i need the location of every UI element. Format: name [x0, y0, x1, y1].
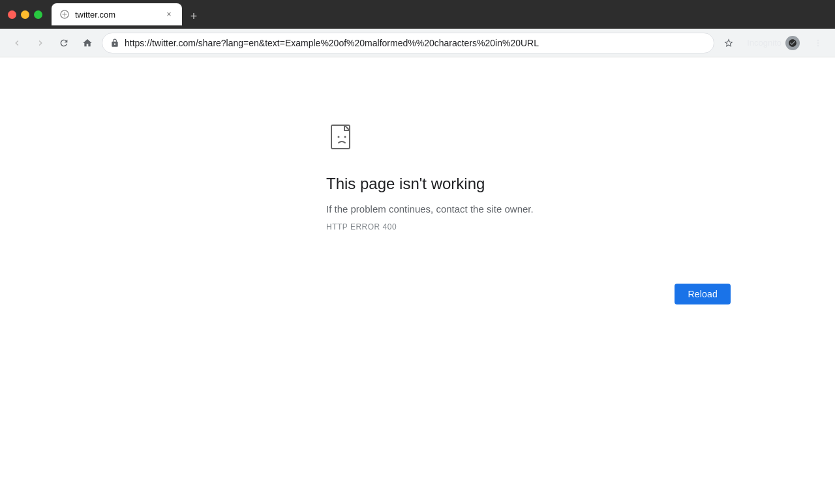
error-container: This page isn't working If the problem c…	[326, 123, 731, 304]
nav-right: Incognito	[720, 33, 827, 53]
back-button[interactable]	[8, 34, 26, 52]
incognito-label: Incognito	[747, 38, 782, 48]
error-code: HTTP ERROR 400	[326, 222, 397, 231]
reload-button[interactable]	[55, 34, 73, 52]
tab-bar: twitter.com × +	[52, 3, 827, 25]
traffic-lights	[8, 10, 42, 19]
lock-icon	[110, 38, 119, 48]
address-input[interactable]	[125, 38, 706, 48]
browser-menu-button[interactable]	[809, 34, 827, 52]
page-content: This page isn't working If the problem c…	[0, 57, 835, 504]
svg-rect-1	[331, 125, 350, 149]
nav-bar: Incognito	[0, 29, 835, 57]
browser-frame: twitter.com × +	[0, 0, 835, 504]
home-button[interactable]	[78, 34, 97, 52]
minimize-window-button[interactable]	[21, 10, 29, 19]
maximize-window-button[interactable]	[34, 10, 42, 19]
close-tab-button[interactable]: ×	[164, 9, 174, 20]
bookmark-button[interactable]	[720, 34, 738, 52]
close-window-button[interactable]	[8, 10, 16, 19]
forward-button[interactable]	[31, 34, 50, 52]
error-icon	[326, 123, 357, 156]
new-tab-button[interactable]: +	[185, 7, 203, 25]
incognito-icon	[785, 36, 800, 50]
svg-point-3	[344, 136, 346, 138]
incognito-badge[interactable]: Incognito	[740, 33, 806, 53]
address-bar-wrapper[interactable]	[102, 33, 714, 53]
error-title: This page isn't working	[326, 175, 485, 193]
reload-btn-wrapper: Reload	[326, 284, 731, 304]
reload-button[interactable]: Reload	[675, 284, 731, 304]
error-description: If the problem continues, contact the si…	[326, 203, 534, 215]
svg-point-2	[338, 136, 340, 138]
title-bar: twitter.com × +	[0, 0, 835, 29]
active-tab[interactable]: twitter.com ×	[52, 3, 182, 25]
tab-title: twitter.com	[75, 10, 159, 20]
tab-favicon	[59, 9, 70, 20]
